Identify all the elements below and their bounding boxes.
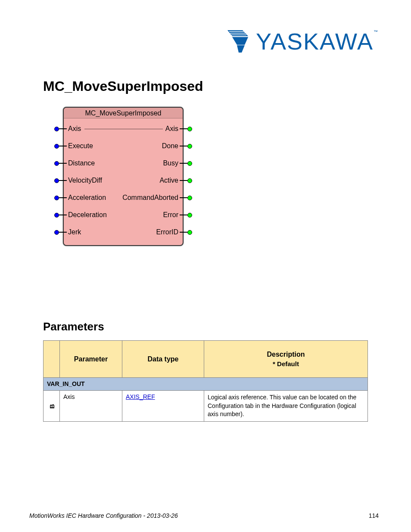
input-pin [54, 178, 67, 183]
var-in-out-row: VAR_IN_OUT [44, 378, 368, 391]
fb-title: MC_MoveSuperImposed [64, 108, 183, 118]
output-dot-icon [187, 213, 192, 218]
output-pin [179, 230, 192, 235]
input-dot-icon [54, 196, 59, 200]
output-pin [179, 127, 192, 131]
logo-text: YASKAWA™ [256, 30, 379, 53]
output-dot-icon [187, 230, 192, 235]
input-dot-icon [54, 144, 59, 149]
input-pin [54, 196, 67, 200]
io-direction-cell: B [44, 391, 60, 422]
fb-input-label: Axis [67, 125, 81, 133]
logo-mark-icon [227, 29, 253, 53]
output-dot-icon [187, 144, 192, 149]
parameters-heading: Parameters [43, 320, 104, 333]
fb-input-label: Jerk [67, 228, 81, 236]
fb-output-label: Active [159, 177, 179, 184]
fb-input-label: Acceleration [67, 194, 106, 202]
output-pin [179, 178, 192, 183]
table-header-parameter: Parameter [60, 341, 122, 378]
fb-output-label: Axis [165, 125, 179, 133]
input-pin [54, 230, 67, 235]
table-header-io [44, 341, 60, 378]
brand-logo: YASKAWA™ [227, 29, 379, 53]
input-pin [54, 127, 67, 131]
function-block-diagram: MC_MoveSuperImposed Axis Axis Execute Do… [54, 107, 193, 246]
input-dot-icon [54, 230, 59, 235]
page-title: MC_MoveSuperImposed [43, 78, 203, 94]
fb-output-label: Error [163, 211, 179, 219]
footer-brand: MotionWorks IEC Hardware Configuration -… [29, 512, 178, 519]
data-type-cell: AXIS_REF [122, 391, 204, 422]
fb-output-label: Busy [163, 159, 179, 167]
input-dot-icon [54, 178, 59, 183]
input-dot-icon [54, 213, 59, 218]
input-pin [54, 161, 67, 166]
svg-marker-1 [232, 37, 248, 45]
output-dot-icon [187, 161, 192, 166]
output-dot-icon [187, 196, 192, 200]
svg-marker-2 [237, 45, 245, 53]
description-cell: Logical axis reference. This value can b… [204, 391, 368, 422]
fb-output-label: ErrorID [156, 228, 179, 236]
output-dot-icon [187, 127, 192, 131]
output-pin [179, 213, 192, 218]
input-dot-icon [54, 161, 59, 166]
parameters-table: Parameter Data type Description * Defaul… [43, 340, 368, 422]
fb-input-label: Distance [67, 159, 95, 167]
output-dot-icon [187, 178, 192, 183]
fb-input-label: Deceleration [67, 211, 107, 219]
fb-output-label: Done [162, 142, 179, 150]
footer-page-number: 114 [369, 512, 379, 519]
output-pin [179, 144, 192, 149]
output-pin [179, 196, 192, 200]
fb-input-label: VelocityDiff [67, 177, 102, 184]
input-pin [54, 144, 67, 149]
fb-input-label: Execute [67, 142, 93, 150]
input-dot-icon [54, 127, 59, 131]
output-pin [179, 161, 192, 166]
input-pin [54, 213, 67, 218]
axis-ref-link[interactable]: AXIS_REF [126, 393, 155, 400]
fb-output-label: CommandAborted [122, 194, 179, 202]
table-header-data-type: Data type [122, 341, 204, 378]
table-header-description: Description * Default [204, 341, 368, 378]
parameter-cell: Axis [60, 391, 122, 422]
